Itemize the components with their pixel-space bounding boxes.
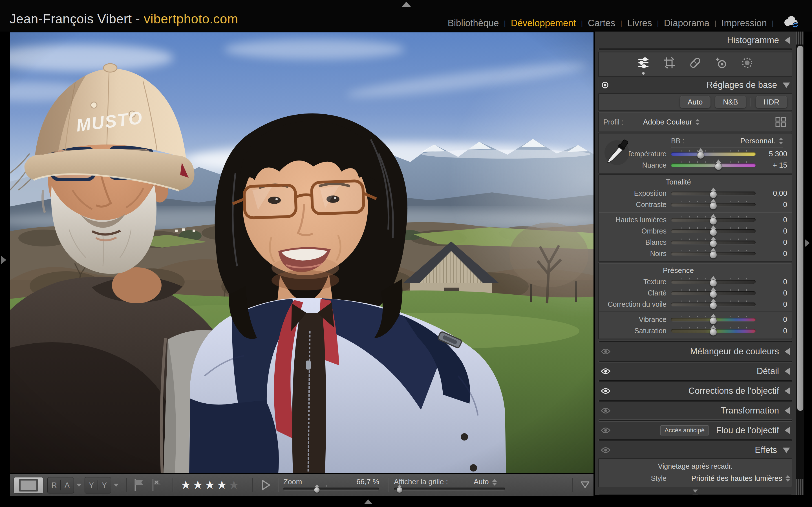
tint-slider-thumb[interactable] xyxy=(715,161,722,171)
module-developpement[interactable]: Développement xyxy=(509,18,578,29)
loupe-view-button[interactable] xyxy=(13,477,43,494)
temperature-slider-thumb[interactable] xyxy=(697,149,704,159)
star-icon[interactable]: ★ xyxy=(193,478,203,492)
photo-preview[interactable]: MUSTO xyxy=(10,33,594,473)
shadows-slider-thumb[interactable] xyxy=(710,226,717,237)
star-icon[interactable]: ★ xyxy=(229,478,239,492)
vibrance-slider-thumb[interactable] xyxy=(710,315,717,325)
section-title: Transformation xyxy=(721,406,779,416)
hdr-button[interactable]: HDR xyxy=(756,96,787,108)
flag-pick-icon[interactable] xyxy=(133,478,146,493)
panel-switch-icon[interactable] xyxy=(601,407,611,414)
before-after-lr-dropdown-icon[interactable] xyxy=(77,484,82,487)
transform-header[interactable]: Transformation xyxy=(595,403,796,418)
effects-header[interactable]: Effets xyxy=(595,443,796,457)
saturation-slider[interactable] xyxy=(671,329,756,333)
bw-button[interactable]: N&B xyxy=(715,96,746,108)
panel-end-grip-icon[interactable] xyxy=(595,488,796,494)
dehaze-slider-thumb[interactable] xyxy=(710,300,717,310)
wb-dropdown[interactable]: Personnal. xyxy=(741,136,783,145)
left-panel-reveal-icon[interactable] xyxy=(1,256,6,264)
vibrance-slider[interactable] xyxy=(671,318,756,321)
healing-tool-icon[interactable] xyxy=(689,57,702,69)
panel-switch-icon[interactable] xyxy=(601,82,611,89)
crop-tool-icon[interactable] xyxy=(663,57,675,69)
panel-scrollbar-thumb[interactable] xyxy=(797,46,804,411)
wb-label: BB : xyxy=(671,137,684,145)
texture-slider-thumb[interactable] xyxy=(710,277,717,287)
top-panel-reveal-icon[interactable] xyxy=(402,2,411,7)
vignette-style-row: Style Priorité des hautes lumières xyxy=(599,473,792,484)
shadows-slider[interactable] xyxy=(671,229,756,233)
clarity-slider[interactable] xyxy=(671,291,756,295)
slider-row-shadows: Ombres 0 xyxy=(599,225,792,237)
exposure-slider-thumb[interactable] xyxy=(710,189,717,199)
module-livres[interactable]: Livres xyxy=(625,18,654,29)
slider-label: Noirs xyxy=(599,249,671,258)
highlights-slider-thumb[interactable] xyxy=(710,215,717,225)
blacks-slider-thumb[interactable] xyxy=(710,249,717,259)
whites-slider-thumb[interactable] xyxy=(710,238,717,248)
module-diaporama[interactable]: Diaporama xyxy=(662,18,711,29)
module-bibliotheque[interactable]: Bibliothèque xyxy=(446,18,501,29)
reset-button[interactable]: Réinitialiser xyxy=(697,494,792,495)
star-icon[interactable]: ★ xyxy=(181,478,191,492)
filmstrip-reveal-icon[interactable] xyxy=(364,499,372,504)
flag-reject-icon[interactable] xyxy=(150,478,163,493)
contrast-slider-thumb[interactable] xyxy=(710,200,717,210)
panel-switch-icon[interactable] xyxy=(601,447,611,453)
contrast-slider[interactable] xyxy=(671,203,756,207)
blacks-slider[interactable] xyxy=(671,252,756,256)
grid-size-slider[interactable] xyxy=(394,488,505,490)
tint-slider[interactable] xyxy=(671,163,756,167)
cloud-sync-icon[interactable] xyxy=(782,15,801,28)
lens-corrections-header[interactable]: Corrections de l'objectif xyxy=(595,384,796,398)
masking-tool-icon[interactable] xyxy=(741,57,753,69)
collapse-left-icon xyxy=(784,387,790,395)
before-after-lr-button[interactable]: RA xyxy=(47,477,74,494)
saturation-slider-thumb[interactable] xyxy=(710,326,717,336)
temperature-slider[interactable] xyxy=(671,152,756,156)
zoom-slider-thumb[interactable] xyxy=(314,485,320,494)
module-cartes[interactable]: Cartes xyxy=(586,18,617,29)
panel-divider xyxy=(598,48,792,50)
edit-tool-icon[interactable] xyxy=(637,57,650,69)
section-title: Flou de l'objectif xyxy=(716,425,779,436)
white-balance-eyedropper-icon[interactable] xyxy=(603,137,630,171)
panel-switch-icon[interactable] xyxy=(601,348,611,355)
module-impression[interactable]: Impression xyxy=(719,18,768,29)
grid-slider-thumb[interactable] xyxy=(396,485,402,494)
whites-slider[interactable] xyxy=(671,240,756,244)
profile-dropdown[interactable]: Adobe Couleur xyxy=(643,118,700,126)
basic-panel-header[interactable]: Réglages de base xyxy=(595,78,796,93)
star-icon[interactable]: ★ xyxy=(204,478,215,492)
profile-browser-icon[interactable] xyxy=(775,116,787,128)
auto-button[interactable]: Auto xyxy=(680,96,711,108)
histogram-header[interactable]: Histogramme xyxy=(595,32,796,47)
panel-switch-icon[interactable] xyxy=(601,388,611,394)
color-mixer-header[interactable]: Mélangeur de couleurs xyxy=(595,344,796,359)
slider-label: Texture xyxy=(599,278,671,286)
basic-buttons-row: Auto N&B HDR xyxy=(599,94,792,110)
lens-blur-header[interactable]: Accès anticipé Flou de l'objectif xyxy=(595,423,796,438)
highlights-slider[interactable] xyxy=(671,218,756,222)
exposure-slider[interactable] xyxy=(671,191,756,195)
before-after-tb-button[interactable]: YY xyxy=(85,477,111,494)
panel-switch-icon[interactable] xyxy=(601,427,611,434)
star-icon[interactable]: ★ xyxy=(216,478,227,492)
dehaze-slider[interactable] xyxy=(671,302,756,306)
before-after-tb-dropdown-icon[interactable] xyxy=(114,484,119,487)
section-title: Corrections de l'objectif xyxy=(689,386,779,396)
detail-header[interactable]: Détail xyxy=(595,364,796,379)
clarity-slider-thumb[interactable] xyxy=(710,288,717,298)
panel-switch-icon[interactable] xyxy=(601,368,611,375)
toolbar-options-icon[interactable] xyxy=(579,480,591,491)
style-dropdown[interactable]: Priorité des hautes lumières xyxy=(691,474,790,483)
texture-slider[interactable] xyxy=(671,280,756,284)
red-eye-tool-icon[interactable] xyxy=(715,57,727,69)
play-slideshow-icon[interactable] xyxy=(259,478,272,493)
right-panel-reveal-icon[interactable] xyxy=(805,239,810,247)
grid-value-dropdown[interactable]: Auto xyxy=(474,477,497,486)
previous-button[interactable]: Précédent xyxy=(598,494,694,495)
zoom-slider[interactable] xyxy=(283,488,379,490)
